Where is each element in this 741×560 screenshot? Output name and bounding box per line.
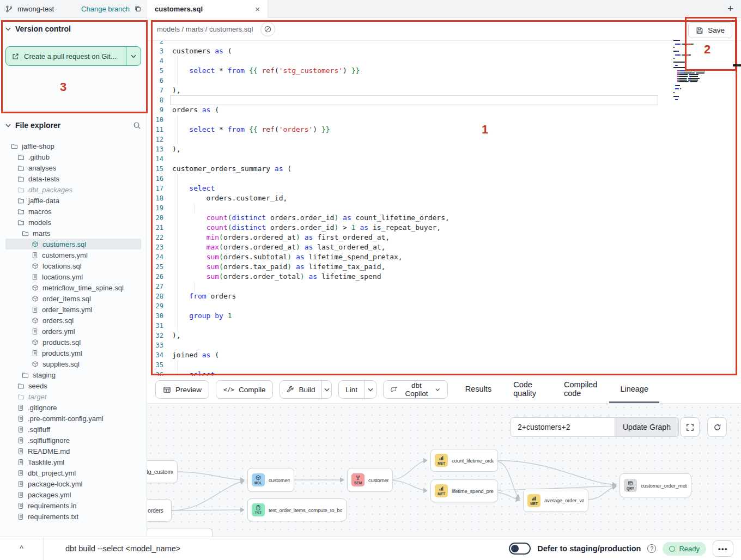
tab-lineage[interactable]: Lineage xyxy=(609,376,659,403)
create-pull-request-button[interactable]: Create a pull request on Git... xyxy=(5,46,141,66)
collapse-chevron-icon[interactable]: ^ xyxy=(0,537,44,560)
folder-icon xyxy=(17,154,25,161)
tree-item-jaffle-data[interactable]: jaffle-data xyxy=(5,195,141,206)
tree-item-requirements-txt[interactable]: requirements.txt xyxy=(5,511,141,522)
tree-item-staging[interactable]: staging xyxy=(5,369,141,380)
tree-item-macros[interactable]: macros xyxy=(5,206,141,217)
tree-item-data-tests[interactable]: data-tests xyxy=(5,173,141,184)
defer-toggle[interactable] xyxy=(509,543,531,555)
status-badge[interactable]: Ready xyxy=(663,542,706,556)
tab-compiled-code[interactable]: Compiled code xyxy=(553,376,609,403)
tree-item-requirements-in[interactable]: requirements.in xyxy=(5,500,141,511)
lineage-node-average-order-value[interactable]: METaverage_order_value xyxy=(523,489,588,512)
new-tab-plus-icon[interactable]: + xyxy=(727,3,733,15)
tree-item-marts[interactable]: marts xyxy=(5,228,141,239)
tree-item-dbt-packages[interactable]: dbt_packages xyxy=(5,184,141,195)
save-button[interactable]: Save xyxy=(688,22,732,38)
lineage-node-orders[interactable]: orders xyxy=(147,499,172,522)
lint-dropdown[interactable] xyxy=(365,381,376,398)
tree-item-label: dbt_packages xyxy=(28,186,72,194)
tree-item-label: target xyxy=(28,393,46,401)
file-icon xyxy=(17,491,24,498)
command-input[interactable]: dbt build --select <model_name> xyxy=(65,544,180,553)
tab-results[interactable]: Results xyxy=(454,376,502,403)
lineage-node-partial[interactable] xyxy=(147,528,212,537)
lineage-node-count-lifetime-orders[interactable]: METcount_lifetime_orders xyxy=(430,449,498,472)
compile-button[interactable]: </> Compile xyxy=(216,380,273,399)
version-control-header[interactable]: Version control xyxy=(5,25,141,33)
lint-button[interactable]: Lint xyxy=(339,381,365,398)
tree-item-label: README.md xyxy=(28,447,70,455)
fullscreen-button[interactable] xyxy=(680,417,700,437)
panel-tabs: Results Code quality Compiled code Linea… xyxy=(454,376,659,403)
lineage-node-customer-order-metrics[interactable]: QRYcustomer_order_metrics xyxy=(619,473,691,497)
pull-request-dropdown[interactable] xyxy=(126,47,141,65)
lineage-selector-input[interactable] xyxy=(511,417,615,437)
tree-item-models[interactable]: models xyxy=(5,217,141,228)
model-icon xyxy=(32,339,39,346)
line-number: 36 xyxy=(151,370,172,376)
tree-item-locations-sql[interactable]: locations.sql xyxy=(5,260,141,271)
build-button[interactable]: Build xyxy=(280,381,322,398)
search-icon[interactable] xyxy=(133,121,141,130)
tab-code-quality[interactable]: Code quality xyxy=(502,376,553,403)
toggle-knob xyxy=(511,545,519,552)
dbt-copilot-button[interactable]: dbt Copilot xyxy=(383,380,448,399)
tree-item-dbt-project-yml[interactable]: dbt_project.yml xyxy=(5,467,141,478)
tree-item-jaffle-shop[interactable]: jaffle-shop xyxy=(5,141,141,151)
tree-item--sqlfluff[interactable]: .sqlfluff xyxy=(5,424,141,435)
minimap[interactable] xyxy=(673,38,721,101)
dbt-docs-icon[interactable] xyxy=(260,22,275,36)
tree-item-package-lock-yml[interactable]: package-lock.yml xyxy=(5,478,141,489)
lineage-node-stg-customers[interactable]: stg_customers xyxy=(147,460,178,483)
tree-item-metricflow-time-spine-sql[interactable]: metricflow_time_spine.sql xyxy=(5,282,141,293)
code-line-13: 13), xyxy=(151,144,676,154)
tree-item-taskfile-yml[interactable]: Taskfile.yml xyxy=(5,456,141,467)
tree-item--github[interactable]: .github xyxy=(5,151,141,162)
lineage-node-lifetime-spend-pretax[interactable]: METlifetime_spend_pretax xyxy=(430,479,498,502)
tree-item-products-sql[interactable]: products.sql xyxy=(5,337,141,348)
tree-item-label: macros xyxy=(28,208,52,216)
editor-pane: models / marts / customers.sql Save 23cu… xyxy=(147,18,741,376)
tree-item-locations-yml[interactable]: locations.yml xyxy=(5,271,141,282)
tab-customers-sql[interactable]: customers.sql × xyxy=(147,0,268,18)
code-line-22: 22 min(orders.ordered_at) as first_order… xyxy=(151,233,676,242)
line-number: 31 xyxy=(151,321,172,331)
lineage-node-test-order-items-compute-to-bools-[interactable]: TSTtest_order_items_compute_to_bools... xyxy=(247,498,347,521)
lineage-node-customers[interactable]: MDLcustomers xyxy=(247,468,294,492)
tree-item-readme-md[interactable]: README.md xyxy=(5,446,141,456)
change-branch-link[interactable]: Change branch xyxy=(81,5,130,13)
close-icon[interactable]: × xyxy=(255,5,260,13)
build-dropdown[interactable] xyxy=(322,381,331,398)
defer-label: Defer to staging/production xyxy=(537,544,641,553)
tree-item-packages-yml[interactable]: packages.yml xyxy=(5,489,141,500)
tree-item-orders-yml[interactable]: orders.yml xyxy=(5,326,141,337)
line-number: 28 xyxy=(151,291,172,301)
tree-item--sqlfluffignore[interactable]: .sqlfluffignore xyxy=(5,435,141,446)
refresh-button[interactable] xyxy=(707,417,727,437)
lineage-node-customers[interactable]: SEMcustomers xyxy=(347,468,393,492)
tree-item-orders-sql[interactable]: orders.sql xyxy=(5,315,141,326)
more-menu-button[interactable]: ••• xyxy=(713,540,733,557)
copy-icon[interactable] xyxy=(134,5,142,13)
code-line-33: 33 xyxy=(151,340,676,350)
code-editor[interactable]: 23customers as (45 select * from {{ ref(… xyxy=(147,41,676,376)
tree-item-order-items-sql[interactable]: order_items.sql xyxy=(5,293,141,304)
tree-item-analyses[interactable]: analyses xyxy=(5,162,141,173)
sem-badge-icon: SEM xyxy=(351,473,365,486)
tree-item--pre-commit-config-yaml[interactable]: .pre-commit-config.yaml xyxy=(5,413,141,424)
tree-item-seeds[interactable]: seeds xyxy=(5,380,141,391)
preview-button[interactable]: Preview xyxy=(155,380,209,399)
tree-item-customers-sql[interactable]: customers.sql xyxy=(5,239,141,249)
tree-item-order-items-yml[interactable]: order_items.yml xyxy=(5,304,141,315)
node-label: test_order_items_compute_to_bools... xyxy=(269,507,342,513)
file-icon xyxy=(32,273,38,281)
tree-item-supplies-sql[interactable]: supplies.sql xyxy=(5,358,141,369)
update-graph-button[interactable]: Update Graph xyxy=(615,417,679,437)
help-icon[interactable]: ? xyxy=(647,544,656,553)
tree-item-products-yml[interactable]: products.yml xyxy=(5,348,141,358)
file-explorer-header[interactable]: File explorer xyxy=(5,121,60,130)
tree-item-target[interactable]: target xyxy=(5,391,141,402)
tree-item-customers-yml[interactable]: customers.yml xyxy=(5,249,141,260)
tree-item--gitignore[interactable]: .gitignore xyxy=(5,402,141,413)
